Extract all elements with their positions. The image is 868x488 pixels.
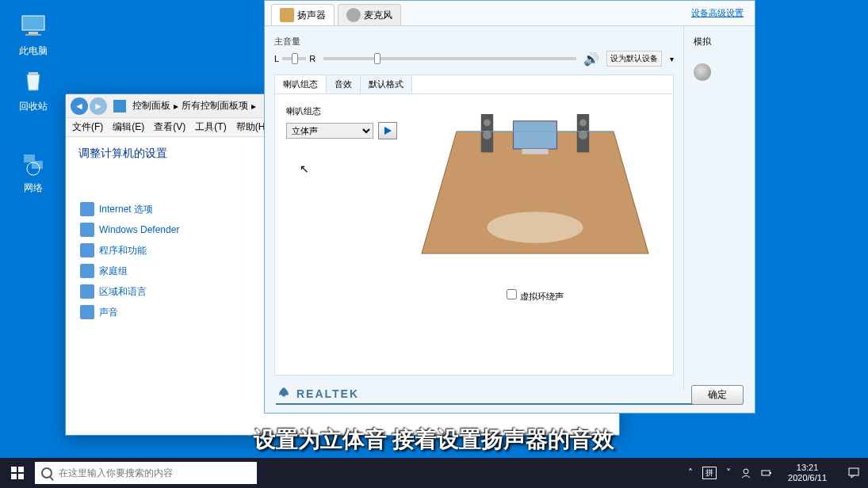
menu-tools[interactable]: 工具(T) (195, 120, 226, 134)
cp-item-label: Windows Defender (99, 224, 179, 235)
desktop-icon-recycle[interactable]: 回收站 (10, 65, 57, 113)
svg-rect-19 (18, 474, 24, 479)
main-volume-label: 主音量 (274, 36, 674, 48)
main-volume-block: 主音量 L R 🔊 设为默认设备 ▾ (274, 36, 674, 67)
svg-rect-10 (522, 149, 549, 154)
realtek-window: 设备高级设置 扬声器 麦克风 主音量 L R 🔊 设为默认设备 ▾ (264, 0, 755, 414)
device-advanced-link[interactable]: 设备高级设置 (691, 7, 744, 19)
cp-item-label: Internet 选项 (99, 203, 153, 216)
cursor-icon: ↖ (300, 162, 309, 175)
svg-rect-1 (29, 32, 38, 34)
subtab-format[interactable]: 默认格式 (361, 75, 412, 93)
tray-chevron-icon[interactable]: ˄ (688, 467, 693, 478)
recycle-bin-icon (17, 65, 49, 97)
monitor-icon (514, 121, 557, 149)
svg-rect-16 (11, 467, 17, 472)
analog-label: 模拟 (694, 36, 745, 48)
notification-button[interactable] (839, 458, 868, 488)
search-icon (41, 467, 52, 478)
desktop-icon-network[interactable]: 网络 (10, 147, 57, 195)
mic-icon (346, 8, 361, 22)
forward-button[interactable]: ► (90, 97, 107, 115)
speaker-icon (280, 8, 294, 22)
svg-point-9 (488, 212, 583, 243)
desktop-label: 此电脑 (10, 44, 57, 58)
svg-rect-2 (25, 34, 41, 36)
svg-point-20 (744, 469, 748, 474)
svg-rect-18 (11, 474, 17, 479)
taskbar: 在这里输入你要搜索的内容 ˄ 拼 ˅ 13:21 2020/6/11 (0, 458, 868, 488)
desktop-label: 回收站 (10, 100, 57, 113)
start-button[interactable] (0, 458, 35, 488)
tab-speaker[interactable]: 扬声器 (271, 4, 335, 25)
svg-point-13 (579, 120, 587, 127)
mute-icon[interactable]: 🔊 (584, 51, 598, 66)
cp-item-icon (80, 202, 94, 216)
cp-item-icon (80, 223, 94, 237)
svg-rect-22 (770, 472, 771, 474)
cp-item-icon (80, 305, 94, 319)
balance-control[interactable]: L R (274, 54, 315, 63)
virtual-surround-check[interactable]: 虚拟环绕声 (408, 289, 662, 303)
menu-edit[interactable]: 编辑(E) (113, 120, 144, 134)
cp-item-label: 区域和语言 (99, 285, 147, 299)
people-icon[interactable] (740, 467, 751, 478)
realtek-logo: REALTEK (276, 386, 715, 405)
svg-rect-0 (22, 16, 44, 30)
speaker-config-dropdown[interactable]: 立体声 (286, 123, 373, 139)
svg-rect-17 (18, 467, 24, 472)
cp-item-icon (80, 284, 94, 299)
video-subtitle: 设置为立体音 接着设置扬声器的音效 (0, 425, 868, 455)
svg-rect-21 (762, 471, 770, 475)
cp-item-label: 程序和功能 (99, 244, 147, 257)
cp-item-icon (80, 264, 94, 278)
room-visualization: 虚拟环绕声 (408, 105, 662, 280)
svg-marker-7 (384, 127, 392, 135)
menu-view[interactable]: 查看(V) (154, 120, 185, 134)
config-label: 喇叭组态 (286, 105, 397, 117)
device-tabs: 扬声器 麦克风 (265, 1, 755, 26)
svg-rect-3 (29, 72, 38, 74)
subtab-effect[interactable]: 音效 (327, 75, 361, 93)
svg-point-11 (484, 120, 491, 127)
svg-rect-23 (849, 468, 858, 475)
desktop-label: 网络 (10, 181, 57, 195)
volume-slider[interactable] (323, 57, 576, 60)
ime-indicator[interactable]: 拼 (702, 467, 717, 479)
desktop-icon-this-pc[interactable]: 此电脑 (10, 10, 57, 58)
svg-rect-5 (32, 161, 43, 169)
audio-jack[interactable] (694, 63, 711, 81)
search-placeholder: 在这里输入你要搜索的内容 (59, 467, 173, 480)
menu-file[interactable]: 文件(F) (72, 120, 103, 134)
tray-chevron2-icon[interactable]: ˅ (726, 467, 731, 478)
cp-item-icon (80, 243, 94, 257)
cp-icon (113, 100, 126, 112)
back-button[interactable]: ◄ (71, 97, 88, 115)
search-box[interactable]: 在这里输入你要搜索的内容 (35, 462, 257, 484)
tab-microphone[interactable]: 麦克风 (338, 4, 401, 25)
cp-item-label: 家庭组 (99, 265, 128, 278)
speaker-config-panel: 喇叭组态 音效 默认格式 喇叭组态 立体声 (274, 74, 674, 376)
ok-button[interactable]: 确定 (691, 385, 744, 405)
computer-icon (17, 10, 49, 41)
play-test-button[interactable] (378, 122, 397, 139)
battery-icon[interactable] (761, 467, 772, 478)
set-default-button[interactable]: 设为默认设备 (606, 51, 662, 67)
system-tray: ˄ 拼 ˅ 13:21 2020/6/11 (682, 463, 839, 483)
network-icon (17, 147, 49, 178)
clock[interactable]: 13:21 2020/6/11 (782, 463, 833, 483)
cp-item-label: 声音 (99, 306, 118, 319)
subtab-config[interactable]: 喇叭组态 (275, 75, 327, 93)
